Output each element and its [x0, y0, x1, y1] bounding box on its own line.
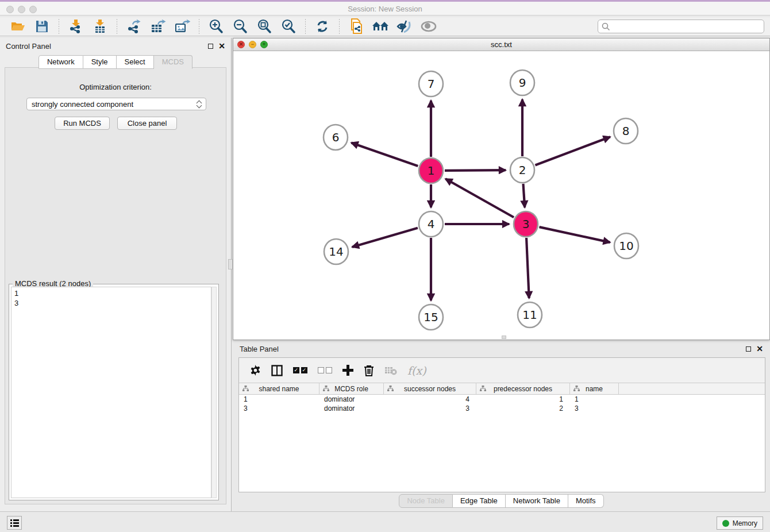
float-window-icon[interactable] [208, 44, 213, 49]
graph-node-9[interactable]: 9 [510, 70, 534, 95]
tab-mcds[interactable]: MCDS [154, 55, 192, 69]
edge-3-10[interactable] [539, 227, 610, 242]
save-session-icon[interactable] [33, 18, 51, 34]
table-row[interactable]: 3dominator323 [239, 404, 765, 413]
zoom-out-icon[interactable] [232, 18, 249, 34]
table-cell: 3 [570, 404, 619, 413]
graph-node-2[interactable]: 2 [510, 157, 534, 183]
delete-table-icon[interactable] [384, 366, 397, 375]
svg-text:6: 6 [332, 130, 340, 144]
function-builder-icon[interactable]: f(x) [407, 364, 426, 377]
export-table-icon[interactable] [149, 18, 167, 34]
search-input[interactable] [613, 22, 760, 31]
hide-graphics-icon[interactable] [396, 18, 413, 34]
close-icon[interactable]: ✕ [756, 345, 763, 353]
graph-node-14[interactable]: 14 [324, 239, 348, 264]
tab-select[interactable]: Select [117, 55, 154, 69]
edge-3-1[interactable] [445, 179, 514, 217]
window-title: Session: New Session [0, 5, 770, 13]
export-network-icon[interactable] [125, 18, 143, 34]
delete-row-icon[interactable] [364, 365, 374, 376]
toolbar-separator [305, 19, 306, 34]
settings-gear-icon[interactable] [250, 365, 261, 376]
run-mcds-button[interactable]: Run MCDS [55, 117, 110, 130]
toolbar-separator [59, 19, 59, 34]
memory-button[interactable]: Memory [717, 516, 763, 530]
svg-text:11: 11 [522, 308, 537, 322]
graph-node-3[interactable]: 3 [514, 211, 538, 237]
graph-node-1[interactable]: 1 [419, 158, 443, 183]
column-label: shared name [259, 385, 299, 393]
panel-splitter-handle[interactable] [228, 259, 233, 269]
control-panel-title: Control Panel [6, 42, 51, 51]
table-header-row: shared nameMCDS rolesuccessor nodesprede… [239, 383, 765, 395]
mcds-result-line: 3 [14, 298, 208, 308]
tab-network-table[interactable]: Network Table [506, 494, 568, 508]
import-network-icon[interactable] [67, 18, 84, 34]
edge-4-14[interactable] [352, 228, 418, 247]
table-cell: 4 [384, 395, 476, 403]
graph-node-4[interactable]: 4 [419, 211, 443, 237]
network-splitter-handle[interactable] [502, 336, 506, 339]
network-graph[interactable]: 7968124314101511 [233, 51, 769, 340]
search-icon [602, 22, 610, 31]
duplicate-network-icon[interactable] [348, 18, 365, 34]
graph-node-6[interactable]: 6 [324, 125, 348, 150]
mcds-result-scrollbar[interactable] [211, 287, 217, 498]
memory-label: Memory [733, 519, 757, 527]
graph-node-8[interactable]: 8 [614, 118, 638, 144]
svg-text:7: 7 [428, 77, 435, 91]
mcds-result-text[interactable]: 13 [11, 287, 211, 498]
edge-2-3[interactable] [523, 184, 525, 207]
task-history-button[interactable] [7, 516, 22, 530]
export-image-icon[interactable] [174, 18, 191, 34]
node-table: shared nameMCDS rolesuccessor nodesprede… [239, 383, 765, 413]
close-panel-button[interactable]: Close panel [117, 117, 177, 130]
table-cell: 3 [384, 404, 476, 413]
mcds-tab-content: Optimization criterion: strongly connect… [5, 67, 226, 504]
control-panel-header: Control Panel ✕ [0, 38, 231, 54]
graph-node-7[interactable]: 7 [419, 71, 443, 97]
select-all-icon[interactable] [293, 367, 307, 373]
table-cell: 2 [476, 404, 570, 413]
svg-text:4: 4 [428, 217, 435, 231]
column-header-MCDS-role[interactable]: MCDS role [319, 383, 384, 394]
search-input-container[interactable] [598, 20, 764, 33]
network-view-window: ✕ − + scc.txt 7968124314101511 [233, 38, 770, 340]
show-graphics-details-icon[interactable] [420, 18, 437, 34]
first-neighbors-icon[interactable] [372, 18, 389, 34]
tab-motifs[interactable]: Motifs [568, 494, 604, 508]
column-header-shared-name[interactable]: shared name [239, 383, 319, 394]
graph-node-15[interactable]: 15 [419, 304, 443, 330]
edge-1-2[interactable] [445, 170, 506, 171]
column-view-icon[interactable] [271, 365, 283, 376]
edge-2-8[interactable] [535, 137, 610, 165]
add-row-icon[interactable] [342, 365, 353, 376]
network-window-titlebar[interactable]: ✕ − + scc.txt [233, 38, 769, 51]
column-header-name[interactable]: name [570, 383, 619, 394]
open-file-icon[interactable] [9, 18, 26, 34]
tab-edge-table[interactable]: Edge Table [453, 494, 506, 508]
graph-node-10[interactable]: 10 [614, 233, 638, 259]
zoom-in-icon[interactable] [207, 18, 225, 34]
refresh-icon[interactable] [314, 18, 331, 34]
table-row[interactable]: 1dominator411 [239, 395, 765, 404]
optimization-criterion-select[interactable]: strongly connected component [26, 98, 206, 110]
edge-3-11[interactable] [526, 238, 529, 298]
mcds-result-line: 1 [14, 288, 208, 298]
close-icon[interactable]: ✕ [218, 42, 225, 50]
column-header-successor-nodes[interactable]: successor nodes [384, 383, 476, 394]
zoom-selected-icon[interactable] [280, 18, 297, 34]
tab-style[interactable]: Style [83, 55, 117, 69]
column-header-predecessor-nodes[interactable]: predecessor nodes [476, 383, 570, 394]
network-canvas[interactable]: 7968124314101511 [233, 51, 769, 340]
graph-node-11[interactable]: 11 [518, 302, 542, 327]
svg-text:3: 3 [522, 217, 530, 231]
tab-network[interactable]: Network [38, 55, 83, 69]
tab-node-table[interactable]: Node Table [399, 494, 453, 508]
float-window-icon[interactable] [746, 346, 751, 352]
import-table-icon[interactable] [91, 18, 109, 34]
edge-1-6[interactable] [351, 143, 418, 167]
deselect-all-icon[interactable] [318, 367, 332, 373]
zoom-fit-icon[interactable] [256, 18, 273, 34]
